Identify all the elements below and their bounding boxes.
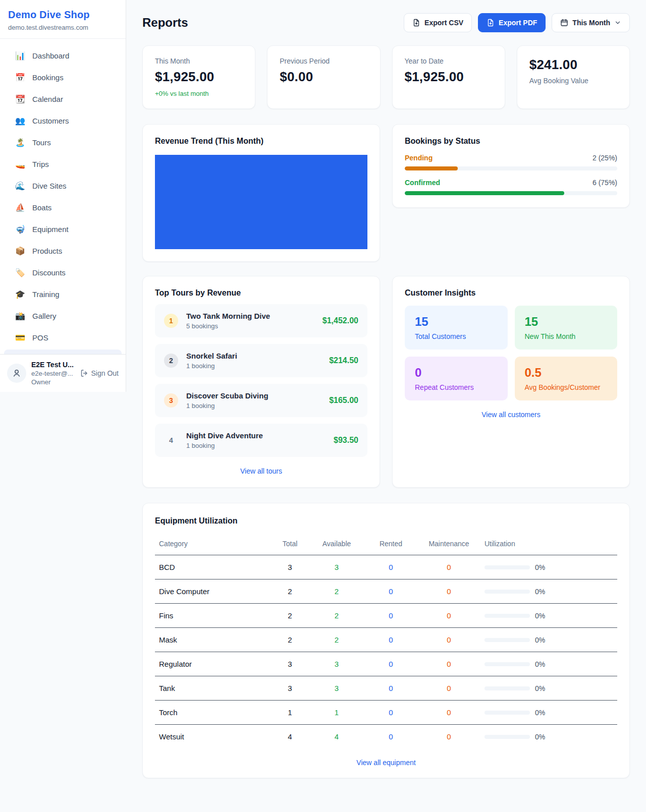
- sidebar-item-dive-sites[interactable]: 🌊Dive Sites: [0, 175, 126, 197]
- column-header: Total: [271, 536, 309, 555]
- table-row: Regulator 3 3 0 0 0%: [155, 652, 617, 676]
- tour-revenue: $214.50: [329, 356, 358, 365]
- status-count: 2 (25%): [593, 154, 617, 162]
- tour-row[interactable]: 1 Two Tank Morning Dive 5 bookings $1,45…: [155, 304, 367, 337]
- view-all-customers-link[interactable]: View all customers: [405, 411, 617, 419]
- cell-rented: 0: [364, 676, 417, 701]
- stat-label: This Month: [155, 57, 243, 65]
- sidebar-item-equipment[interactable]: 🤿Equipment: [0, 218, 126, 240]
- sidebar-item-tours[interactable]: 🏝️Tours: [0, 132, 126, 153]
- brand: Demo Dive Shop demo.test.divestreams.com: [0, 0, 126, 39]
- view-all-tours-link[interactable]: View all tours: [155, 467, 367, 475]
- user-name: E2E Test U...: [31, 361, 75, 369]
- tile-value: 15: [525, 315, 608, 329]
- utilization-track: [484, 735, 530, 739]
- period-dropdown[interactable]: This Month: [552, 13, 630, 32]
- view-all-equipment-link[interactable]: View all equipment: [155, 759, 617, 767]
- sidebar-item-label: Dashboard: [32, 51, 69, 60]
- sidebar-item-pos[interactable]: 💳POS: [0, 327, 126, 349]
- insight-tiles: 15 Total Customers 15 New This Month 0 R…: [405, 306, 617, 400]
- graduation-cap-icon: 🎓: [15, 289, 25, 299]
- export-pdf-button[interactable]: Export PDF: [478, 13, 546, 32]
- tile-label: Repeat Customers: [415, 383, 498, 391]
- cell-category: BCD: [155, 555, 271, 579]
- equipment-table: Category Total Available Rented Maintena…: [155, 536, 617, 748]
- sidebar-nav: 📊Dashboard 📅Bookings 📆Calendar 👥Customer…: [0, 39, 126, 354]
- sidebar-item-training[interactable]: 🎓Training: [0, 283, 126, 305]
- bookings-calendar-icon: 📅: [15, 73, 25, 82]
- diving-mask-icon: 🤿: [15, 224, 25, 234]
- sidebar-item-discounts[interactable]: 🏷️Discounts: [0, 262, 126, 283]
- cell-maintenance: 0: [417, 676, 480, 701]
- table-row: Dive Computer 2 2 0 0 0%: [155, 579, 617, 604]
- cell-rented: 0: [364, 555, 417, 579]
- stat-value: $1,925.00: [405, 69, 493, 85]
- export-csv-button[interactable]: Export CSV: [404, 13, 472, 32]
- header-actions: Export CSV Export PDF This Month: [404, 13, 630, 32]
- cell-total: 3: [271, 676, 309, 701]
- utilization-track: [484, 590, 530, 594]
- sidebar-item-gallery[interactable]: 📸Gallery: [0, 305, 126, 327]
- status-row-confirmed: Confirmed 6 (75%): [405, 179, 617, 195]
- table-row: Wetsuit 4 4 0 0 0%: [155, 725, 617, 749]
- cell-utilization: 0%: [480, 628, 617, 652]
- tour-revenue: $93.50: [334, 436, 358, 445]
- sidebar-item-products[interactable]: 📦Products: [0, 240, 126, 262]
- sidebar-item-bookings[interactable]: 📅Bookings: [0, 67, 126, 88]
- cell-total: 3: [271, 555, 309, 579]
- cell-category: Dive Computer: [155, 579, 271, 604]
- status-row-pending: Pending 2 (25%): [405, 154, 617, 170]
- cell-maintenance: 0: [417, 701, 480, 725]
- column-header: Maintenance: [417, 536, 480, 555]
- tile-total-customers: 15 Total Customers: [405, 306, 508, 350]
- cell-available: 2: [309, 579, 364, 604]
- utilization-pct: 0%: [535, 709, 545, 717]
- sidebar-item-customers[interactable]: 👥Customers: [0, 110, 126, 132]
- customers-icon: 👥: [15, 116, 25, 126]
- cell-category: Mask: [155, 628, 271, 652]
- shop-domain: demo.test.divestreams.com: [8, 24, 118, 31]
- tour-row[interactable]: 3 Discover Scuba Diving 1 booking $165.0…: [155, 384, 367, 417]
- cell-available: 3: [309, 676, 364, 701]
- sidebar-item-active-partial[interactable]: [4, 350, 122, 354]
- tile-value: 0: [415, 366, 498, 380]
- sidebar-item-label: Bookings: [32, 73, 64, 82]
- sidebar-item-boats[interactable]: ⛵Boats: [0, 197, 126, 218]
- progress-fill-pending: [405, 166, 458, 170]
- cell-available: 2: [309, 604, 364, 628]
- export-pdf-label: Export PDF: [499, 19, 537, 27]
- dashboard-icon: 📊: [15, 51, 25, 61]
- utilization-pct: 0%: [535, 563, 545, 571]
- sidebar-item-trips[interactable]: 🚤Trips: [0, 153, 126, 175]
- tile-value: 15: [415, 315, 498, 329]
- cell-rented: 0: [364, 628, 417, 652]
- island-icon: 🏝️: [15, 138, 25, 147]
- sign-out-button[interactable]: Sign Out: [80, 369, 119, 377]
- tile-repeat-customers: 0 Repeat Customers: [405, 357, 508, 400]
- tile-avg-bookings-customer: 0.5 Avg Bookings/Customer: [515, 357, 618, 400]
- status-label: Pending: [405, 154, 433, 162]
- card-title: Revenue Trend (This Month): [155, 137, 367, 146]
- cell-rented: 0: [364, 725, 417, 749]
- tour-row[interactable]: 4 Night Dive Adventure 1 booking $93.50: [155, 424, 367, 457]
- utilization-track: [484, 662, 530, 666]
- page-header: Reports Export CSV Export PDF This Month: [142, 13, 630, 32]
- credit-card-icon: 💳: [15, 333, 25, 342]
- speedboat-icon: 🚤: [15, 159, 25, 169]
- table-row: Mask 2 2 0 0 0%: [155, 628, 617, 652]
- cell-rented: 0: [364, 604, 417, 628]
- rank-badge: 1: [164, 314, 178, 328]
- shop-name: Demo Dive Shop: [8, 9, 118, 21]
- sidebar-item-dashboard[interactable]: 📊Dashboard: [0, 45, 126, 67]
- sidebar-item-calendar[interactable]: 📆Calendar: [0, 88, 126, 110]
- cell-category: Tank: [155, 676, 271, 701]
- column-header: Category: [155, 536, 271, 555]
- tour-row[interactable]: 2 Snorkel Safari 1 booking $214.50: [155, 344, 367, 377]
- utilization-track: [484, 614, 530, 618]
- camera-icon: 📸: [15, 311, 25, 321]
- utilization-pct: 0%: [535, 684, 545, 692]
- tour-name: Two Tank Morning Dive: [186, 312, 314, 320]
- file-export-icon: [412, 19, 420, 27]
- utilization-pct: 0%: [535, 612, 545, 620]
- column-header: Rented: [364, 536, 417, 555]
